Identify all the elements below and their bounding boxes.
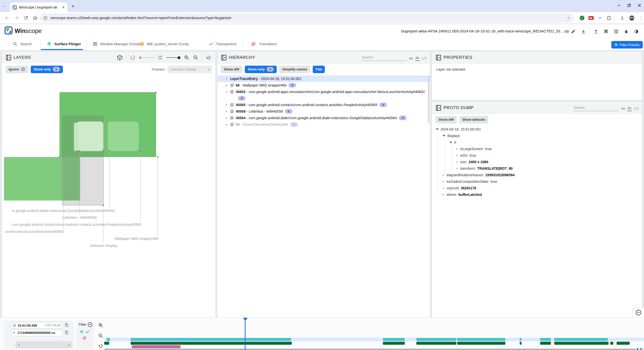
surface-flinger-track-segment[interactable]: [540, 338, 551, 341]
proto-search-input[interactable]: [573, 104, 619, 111]
dark-mode-toggle-icon[interactable]: [633, 28, 639, 35]
filter-presets-button[interactable]: Filter Presets: [611, 41, 643, 49]
expanded-arrow-icon[interactable]: [443, 135, 445, 137]
proto-show-diff-toggle[interactable]: Show diff: [435, 116, 457, 123]
url-text[interactable]: winscope.teams.x20web.corp.google.com/pr…: [51, 16, 567, 20]
hierarchy-scrollbar[interactable]: [428, 76, 429, 123]
downloads-icon[interactable]: [618, 14, 626, 22]
layer-row-64[interactable]: 64 - ScreenDecorHwcOverlay#64V: [217, 121, 430, 128]
layer-row-40602[interactable]: 40602 - com.google.android.apps.nexuslau…: [217, 89, 430, 95]
transactions-track-segment[interactable]: [457, 342, 505, 345]
transactions-track-segment[interactable]: [131, 342, 292, 345]
match-word-toggle[interactable]: ab,: [627, 106, 632, 111]
transactions-track-segment[interactable]: [554, 342, 609, 345]
spacing-slider-knob[interactable]: [178, 56, 180, 59]
transactions-track-segment[interactable]: [610, 342, 613, 345]
new-tab-button[interactable]: +: [71, 4, 74, 9]
timeline-tracks[interactable]: [0, 318, 644, 350]
layer-row-40558[interactable]: 40558 - Letterbox - left#40558V: [217, 108, 430, 115]
surface-flinger-track-segment[interactable]: [416, 338, 456, 341]
regex-toggle[interactable]: (.*): [422, 57, 426, 61]
tab-transactions[interactable]: Transactions: [216, 42, 236, 46]
scrollbar-handle-bar[interactable]: [640, 348, 642, 350]
layers-show-only-toggle[interactable]: Show only V: [31, 66, 63, 73]
match-case-toggle[interactable]: Aa: [621, 107, 625, 111]
simplify-names-toggle[interactable]: Simplify names: [279, 66, 310, 73]
surface-flinger-track-segment[interactable]: [107, 338, 110, 341]
match-case-toggle[interactable]: Aa: [409, 57, 413, 61]
back-icon[interactable]: [4, 14, 11, 21]
layer-row-68[interactable]: 68 - Wallpaper BBQ wrapper#68V: [217, 82, 430, 89]
bookmark-star-icon[interactable]: ☆: [567, 15, 571, 21]
flat-toggle[interactable]: Flat: [313, 66, 325, 73]
reload-icon[interactable]: [23, 14, 30, 21]
proto-node-0[interactable]: 0: [432, 139, 642, 146]
panel-collapse-icon[interactable]: [436, 105, 441, 111]
panel-collapse-icon[interactable]: [6, 55, 11, 60]
tab-transitions[interactable]: Transitions: [259, 42, 277, 46]
timeline-cursor-head[interactable]: [243, 318, 248, 321]
transactions-track-segment[interactable]: [520, 342, 521, 345]
layer-row-40565[interactable]: 40565 - com.google.android.contacts/com.…: [217, 102, 430, 108]
tab-surface-flinger[interactable]: Surface Flinger: [54, 42, 81, 46]
expanded-arrow-icon[interactable]: [436, 128, 438, 130]
extensions-puzzle-icon[interactable]: [605, 14, 613, 22]
surface-flinger-track-segment[interactable]: [457, 338, 505, 341]
surface-flinger-track-segment[interactable]: [383, 338, 405, 341]
window-restore-button[interactable]: [627, 3, 631, 8]
zoom-out-icon[interactable]: [193, 55, 198, 60]
window-close-button[interactable]: [637, 3, 641, 8]
collapse-timeline-icon[interactable]: [635, 310, 641, 316]
layer-row-40564[interactable]: 40564 - com.google.android.dialer/com.go…: [217, 115, 430, 121]
contacts-square[interactable]: [108, 121, 139, 151]
displays-dropdown[interactable]: Unknown Display ▾: [168, 66, 212, 73]
site-settings-icon[interactable]: [43, 16, 48, 20]
transactions-track-segment[interactable]: [416, 342, 456, 345]
timeline-scrollbar[interactable]: [104, 349, 644, 350]
reset-view-icon[interactable]: [206, 55, 211, 60]
tab-search[interactable]: Search: [20, 42, 32, 46]
profile-avatar[interactable]: [628, 14, 635, 22]
extension-check-icon[interactable]: ✓: [578, 14, 586, 22]
address-bar[interactable]: winscope.teams.x20web.corp.google.com/pr…: [40, 13, 574, 22]
forward-icon[interactable]: [13, 14, 20, 21]
window-minimize-button[interactable]: [617, 3, 621, 8]
hierarchy-search-input[interactable]: [361, 54, 407, 61]
hierarchy-root-row[interactable]: LayerTraceEntry - 2024-04-18, 15:51:00.0…: [217, 75, 430, 82]
match-word-toggle[interactable]: ab,: [415, 56, 420, 61]
panel-collapse-icon[interactable]: [436, 55, 441, 60]
scrollbar-handle-bar[interactable]: [637, 348, 638, 350]
surface-flinger-track-segment[interactable]: [554, 338, 608, 341]
show-defaults-toggle[interactable]: Show defaults: [459, 116, 489, 123]
proto-node-2024-04-18-15-51-00-001[interactable]: 2024-04-18, 15:51:00.001: [432, 126, 642, 133]
tab-ime-system-server-dump[interactable]: IME system_server Dump: [147, 42, 189, 46]
dialer-square[interactable]: [77, 121, 103, 151]
extension-scissors-icon[interactable]: ✂: [596, 14, 604, 22]
upload-icon[interactable]: [593, 28, 599, 35]
tab-close-icon[interactable]: ✕: [62, 5, 65, 10]
transactions-track-segment[interactable]: [104, 342, 109, 345]
surface-flinger-track-segment[interactable]: [131, 338, 291, 341]
edit-trace-icon[interactable]: [570, 28, 577, 35]
home-icon[interactable]: [32, 14, 39, 21]
ignore-toggle[interactable]: Ignore: [6, 66, 28, 73]
proto-node-displays[interactable]: displays: [432, 133, 642, 139]
transactions-track-segment[interactable]: [617, 342, 630, 345]
hierarchy-show-diff-toggle[interactable]: Show diff: [221, 66, 242, 73]
rotation-slider-knob[interactable]: [139, 57, 141, 59]
rotation-slider[interactable]: [139, 56, 154, 59]
transitions-track-segment[interactable]: [132, 345, 181, 348]
layers-rects-canvas[interactable]: m.google.android.dialer.extensions.Googl…: [2, 75, 215, 317]
panel-collapse-icon[interactable]: [221, 55, 226, 60]
documentation-icon[interactable]: [613, 28, 619, 35]
extension-video-icon[interactable]: ▶▶: [587, 14, 595, 22]
3d-view-icon[interactable]: [117, 55, 123, 61]
report-bug-icon[interactable]: [623, 28, 629, 35]
regex-toggle[interactable]: (.*): [634, 107, 638, 111]
browser-menu-kebab-icon[interactable]: ⋮: [637, 14, 644, 22]
expanded-arrow-icon[interactable]: [450, 142, 452, 143]
hierarchy-show-only-toggle[interactable]: Show only V: [245, 66, 277, 73]
download-trace-icon[interactable]: [580, 28, 587, 35]
spacing-slider[interactable]: [166, 56, 180, 59]
transactions-track-segment[interactable]: [540, 342, 551, 345]
